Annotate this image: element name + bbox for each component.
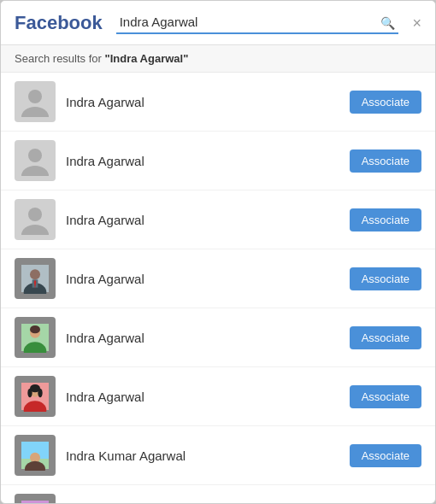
list-item: Indra Agarwal Associate — [1, 249, 435, 308]
svg-point-1 — [21, 107, 49, 117]
person-name: Indra Agarwal — [66, 390, 350, 404]
svg-point-3 — [21, 166, 49, 176]
svg-point-0 — [28, 90, 42, 103]
dialog: Facebook 🔍 × Search results for "Indra A… — [0, 0, 436, 504]
avatar — [15, 376, 56, 417]
svg-rect-26 — [21, 501, 49, 503]
list-item: Indra Agarwal Associate — [1, 73, 435, 132]
associate-button[interactable]: Associate — [350, 267, 421, 290]
list-item: Indra Agarwal Associate — [1, 132, 435, 190]
avatar — [15, 258, 56, 299]
avatar — [15, 140, 56, 181]
list-item: Indra Agarwal Associate — [1, 485, 435, 503]
search-results-label: Search results for "Indra Agarwal" — [1, 45, 435, 73]
close-button[interactable]: × — [412, 15, 421, 31]
associate-button[interactable]: Associate — [350, 385, 421, 408]
search-wrapper: 🔍 — [116, 11, 399, 34]
svg-point-2 — [28, 149, 42, 162]
header: Facebook 🔍 × — [1, 1, 435, 45]
person-name: Indra Agarwal — [66, 272, 350, 286]
associate-button[interactable]: Associate — [350, 91, 421, 114]
svg-point-20 — [38, 389, 42, 398]
svg-point-4 — [28, 208, 42, 221]
svg-point-7 — [30, 269, 40, 279]
svg-point-14 — [30, 325, 40, 333]
results-list: Indra Agarwal Associate Indra Agarwal As… — [1, 73, 435, 503]
svg-point-19 — [27, 389, 32, 398]
avatar — [15, 81, 56, 122]
avatar — [15, 494, 56, 503]
person-name: Indra Agarwal — [66, 95, 350, 109]
app-title: Facebook — [15, 12, 103, 34]
person-name: Indra Agarwal — [66, 154, 350, 168]
person-name: Indra Agarwal — [66, 331, 350, 345]
person-name: Indra Agarwal — [66, 213, 350, 227]
search-query-text: "Indra Agarwal" — [105, 52, 189, 65]
list-item: Indra Agarwal Associate — [1, 308, 435, 367]
avatar — [15, 199, 56, 240]
person-name: Indra Kumar Agarwal — [66, 448, 350, 463]
avatar — [15, 317, 56, 358]
list-item: Indra Agarwal Associate — [1, 190, 435, 249]
svg-point-5 — [21, 225, 49, 235]
associate-button[interactable]: Associate — [350, 503, 421, 504]
associate-button[interactable]: Associate — [350, 444, 421, 467]
associate-button[interactable]: Associate — [350, 326, 421, 349]
associate-button[interactable]: Associate — [350, 208, 421, 231]
search-icon: 🔍 — [380, 16, 395, 30]
associate-button[interactable]: Associate — [350, 149, 421, 173]
list-item: Indra Agarwal Associate — [1, 367, 435, 426]
avatar — [15, 435, 56, 476]
list-item: Indra Kumar Agarwal Associate — [1, 426, 435, 485]
search-input[interactable] — [116, 11, 399, 34]
